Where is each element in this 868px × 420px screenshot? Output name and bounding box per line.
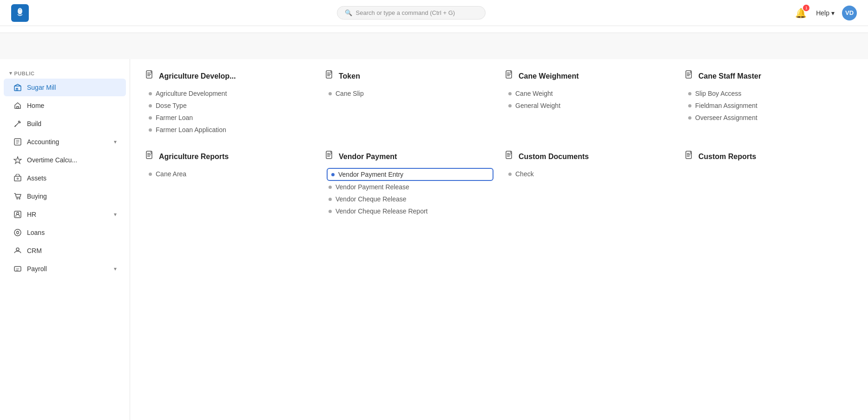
svg-rect-30 <box>687 75 690 76</box>
module-item-label: Farmer Loan <box>156 114 193 121</box>
svg-rect-36 <box>327 153 330 154</box>
module-item[interactable]: Farmer Loan Application <box>147 124 314 136</box>
module-item[interactable]: Cane Weight <box>506 87 673 100</box>
topnav: 🔍 Search or type a command (Ctrl + G) 🔔 … <box>0 0 868 26</box>
svg-rect-16 <box>147 73 150 73</box>
document-icon <box>325 151 334 162</box>
module-section-agriculture-reports: Agriculture Reports Cane Area <box>145 151 314 217</box>
module-item-label: Slip Boy Access <box>695 90 742 97</box>
assets-icon <box>13 173 22 183</box>
svg-point-7 <box>17 178 19 180</box>
module-item[interactable]: Dose Type <box>147 100 314 112</box>
sidebar-item-assets[interactable]: Assets <box>4 169 126 187</box>
svg-point-13 <box>16 248 19 251</box>
module-items-list: Check <box>505 168 673 180</box>
topnav-left <box>11 4 29 22</box>
accounting-icon <box>13 137 22 147</box>
document-icon <box>505 70 514 82</box>
bullet-icon <box>688 92 691 95</box>
search-bar[interactable]: 🔍 Search or type a command (Ctrl + G) <box>337 6 486 20</box>
svg-rect-37 <box>327 154 331 155</box>
chevron-down-icon: ▾ <box>114 211 117 218</box>
user-avatar[interactable]: VD <box>842 6 857 20</box>
notification-button[interactable]: 🔔 1 <box>793 6 809 20</box>
module-title-text: Custom Documents <box>519 153 589 161</box>
module-item[interactable]: Slip Boy Access <box>686 87 853 100</box>
module-items-list: Agriculture DevelopmentDose TypeFarmer L… <box>145 87 314 136</box>
module-title: Cane Weighment <box>505 70 673 82</box>
sidebar-item-overtime[interactable]: Overtime Calcu... <box>4 151 126 169</box>
module-items-list: Cane Area <box>145 168 314 180</box>
sidebar-item-sugar-mill[interactable]: Sugar Mill <box>4 79 126 96</box>
module-item[interactable]: General Weight <box>506 100 673 112</box>
sidebar-item-home[interactable]: Home <box>4 97 126 114</box>
module-title: Agriculture Reports <box>145 151 314 162</box>
sidebar-item-label: Home <box>27 102 117 109</box>
module-item-label: Vendor Cheque Release Report <box>335 207 427 215</box>
module-item-label: Agriculture Development <box>156 90 227 97</box>
search-placeholder: Search or type a command (Ctrl + G) <box>356 9 455 16</box>
sidebar-item-label: Loans <box>27 229 117 236</box>
main-content: Agriculture Develop... Agriculture Devel… <box>130 59 868 420</box>
svg-rect-21 <box>327 74 331 75</box>
module-section-cane-staff-master: Cane Staff Master Slip Boy AccessFieldma… <box>684 70 853 136</box>
bullet-icon <box>149 92 152 95</box>
module-item[interactable]: Fieldman Assignment <box>686 100 853 112</box>
module-item[interactable]: Vendor Payment Release <box>327 181 493 193</box>
topnav-center: 🔍 Search or type a command (Ctrl + G) <box>29 6 793 20</box>
document-icon <box>145 151 154 162</box>
bullet-icon <box>149 128 152 132</box>
module-section-cane-weighment: Cane Weighment Cane WeightGeneral Weight <box>505 70 673 136</box>
sidebar-item-loans[interactable]: Loans <box>4 224 126 241</box>
sidebar-item-label: Build <box>27 120 117 127</box>
module-item-label: Vendor Payment Entry <box>338 171 403 178</box>
module-item[interactable]: Cane Slip <box>327 87 493 100</box>
bullet-icon <box>688 104 691 107</box>
module-item-label: Fieldman Assignment <box>695 102 757 109</box>
app-logo[interactable] <box>11 4 29 22</box>
bullet-icon <box>149 116 152 120</box>
sidebar-item-hr[interactable]: HR ▾ <box>4 206 126 223</box>
module-title-text: Token <box>339 72 360 80</box>
sidebar-item-build[interactable]: Build <box>4 115 126 133</box>
sidebar-item-accounting[interactable]: Accounting ▾ <box>4 133 126 151</box>
module-item-label: Vendor Payment Release <box>335 183 409 191</box>
module-item[interactable]: Cane Area <box>147 168 314 180</box>
module-item-label: Vendor Cheque Release <box>335 195 407 203</box>
document-icon <box>325 70 334 82</box>
svg-rect-24 <box>507 73 510 73</box>
svg-point-8 <box>17 198 18 199</box>
module-title-text: Vendor Payment <box>339 153 397 161</box>
svg-rect-46 <box>687 156 690 157</box>
module-title: Custom Documents <box>505 151 673 162</box>
module-item[interactable]: Farmer Loan <box>147 112 314 124</box>
sidebar-item-label: Sugar Mill <box>27 84 117 91</box>
module-item-label: Overseer Assignment <box>695 114 757 121</box>
sidebar-item-payroll[interactable]: Payroll ▾ <box>4 260 126 278</box>
module-item[interactable]: Overseer Assignment <box>686 112 853 124</box>
svg-rect-18 <box>147 75 150 76</box>
svg-rect-29 <box>687 74 690 75</box>
module-item[interactable]: Agriculture Development <box>147 87 314 100</box>
bullet-icon <box>149 173 152 176</box>
bullet-icon <box>688 116 691 120</box>
module-item-label: Farmer Loan Application <box>156 126 226 133</box>
module-item-label: Cane Slip <box>335 90 364 97</box>
document-icon <box>684 70 694 82</box>
sidebar-item-label: Accounting <box>27 138 109 146</box>
sidebar-item-buying[interactable]: Buying <box>4 187 126 205</box>
help-button[interactable]: Help ▾ <box>816 9 835 17</box>
document-icon <box>505 151 514 162</box>
svg-rect-17 <box>147 74 151 75</box>
svg-rect-41 <box>507 154 511 155</box>
sidebar-item-crm[interactable]: CRM <box>4 242 126 260</box>
modules-grid: Agriculture Develop... Agriculture Devel… <box>145 70 853 217</box>
module-item[interactable]: Vendor Cheque Release <box>327 193 493 205</box>
module-item[interactable]: Vendor Payment Entry <box>327 168 493 181</box>
loans-icon <box>13 228 22 237</box>
module-title-text: Agriculture Reports <box>159 153 229 161</box>
module-items-list: Cane Slip <box>325 87 493 100</box>
module-item[interactable]: Check <box>506 168 673 180</box>
svg-rect-25 <box>507 74 511 75</box>
module-item[interactable]: Vendor Cheque Release Report <box>327 205 493 217</box>
